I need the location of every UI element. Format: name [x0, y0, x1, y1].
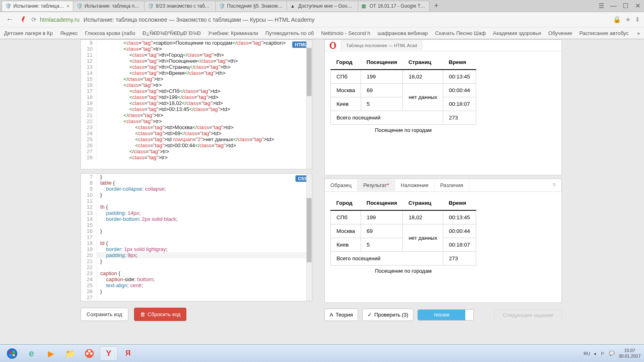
- bookmark-item[interactable]: Обучение: [548, 30, 572, 36]
- bookmark-item[interactable]: Глюкоза крови (лабо: [85, 30, 135, 36]
- tab-diff[interactable]: Различия: [435, 179, 469, 191]
- flag-icon[interactable]: 🏳: [601, 351, 605, 356]
- svg-rect-4: [12, 351, 15, 353]
- check-icon: ✓: [367, 312, 372, 318]
- svg-point-2: [7, 348, 17, 359]
- shield-icon: 🛡️: [219, 3, 225, 9]
- tab-overlay[interactable]: Наложение: [395, 179, 435, 191]
- lang-indicator[interactable]: RU: [584, 351, 590, 356]
- back-button[interactable]: ←: [4, 14, 15, 25]
- gdrive-icon: ▲: [290, 3, 296, 9]
- bookmark-item[interactable]: Скачать Песню Шаф: [435, 30, 486, 36]
- browser-tab-5[interactable]: ▦ОТ 16.01.17 - Google Табли: [358, 1, 429, 11]
- css-editor[interactable]: CSS 7}8table {9 border-collapse: collaps…: [80, 173, 312, 301]
- bookmark-item[interactable]: Учебник: Криминали: [208, 30, 258, 36]
- browser-tab-0[interactable]: 🛡️Испытание: таблица пос×: [2, 1, 73, 11]
- result-pane: Образец Результат* Наложение Различия ? …: [324, 179, 562, 303]
- yandex-logo-icon[interactable]: [19, 16, 27, 24]
- tray-up-icon[interactable]: ▴: [594, 351, 597, 356]
- svg-rect-3: [9, 351, 12, 353]
- scrollbar[interactable]: [306, 40, 312, 169]
- star-icon[interactable]: ★: [625, 16, 631, 23]
- action-center-icon[interactable]: 💬: [609, 351, 615, 356]
- opera-icon: [329, 41, 337, 49]
- yandex-icon[interactable]: Я: [119, 346, 137, 361]
- media-player-icon[interactable]: ▶: [42, 346, 60, 361]
- bookmark-item[interactable]: Детские лагеря в Кр: [4, 30, 53, 36]
- bookmarks-bar: Детские лагеря в Кр Яндекс Глюкоза крови…: [0, 27, 644, 39]
- save-code-button[interactable]: Сохранить код: [80, 308, 128, 321]
- table-caption: Посещение по городам: [330, 265, 476, 274]
- check-button[interactable]: ✓Проверить (3): [362, 309, 414, 321]
- browser-tab-3[interactable]: 🛡️Последние §5. Знакомство: [215, 1, 287, 11]
- tab-sample[interactable]: Образец: [325, 179, 357, 191]
- reset-code-button[interactable]: 🗑Сбросить код: [134, 308, 187, 321]
- menu-icon[interactable]: ☰: [597, 1, 606, 11]
- svg-point-8: [86, 352, 89, 355]
- minimize-icon[interactable]: —: [609, 1, 618, 11]
- bookmark-item[interactable]: Яндекс: [60, 30, 78, 36]
- preview-pane: Таблица посложнее — HTML Acad Посещение …: [324, 39, 562, 175]
- help-icon[interactable]: ?: [547, 179, 561, 191]
- clock[interactable]: 15:0730.01.2017: [619, 348, 641, 358]
- browser-tab-1[interactable]: 🛡️Испытание: таблица посло: [73, 1, 144, 11]
- address-bar: ← ⟳ htmlacademy.ru Испытание: таблица по…: [0, 12, 644, 27]
- lock-icon[interactable]: 🔒: [613, 16, 621, 23]
- svg-rect-5: [9, 354, 12, 356]
- bookmark-item[interactable]: Đ¿Ñ€Đ¾Đ³Ñ€ĐµĐ´Đ¾Đ: [142, 30, 201, 36]
- trash-icon: 🗑: [140, 311, 145, 317]
- url-host[interactable]: htmlacademy.ru: [40, 16, 80, 23]
- url-title: Испытание: таблица посложнее — Знакомств…: [84, 16, 613, 23]
- browser-tab-4[interactable]: ▲Доступные мне – Google Д: [287, 1, 358, 11]
- explorer-icon[interactable]: 📁: [61, 346, 79, 361]
- shield-icon: 🛡️: [76, 3, 82, 9]
- font-icon: A: [330, 312, 333, 318]
- bookmark-item[interactable]: шафранова вебинар: [378, 30, 428, 36]
- svg-rect-6: [12, 354, 15, 356]
- yandex-browser-icon[interactable]: Y: [100, 346, 118, 361]
- tab-result[interactable]: Результат*: [357, 179, 395, 191]
- html-editor[interactable]: HTML 9 <class="tag">caption>Посещение по…: [80, 39, 312, 169]
- scrollbar[interactable]: [306, 174, 312, 301]
- bookmark-item[interactable]: Расписание автобус: [580, 30, 629, 36]
- svg-point-1: [331, 43, 334, 48]
- bookmark-item[interactable]: Академия здоровья: [493, 30, 541, 36]
- preview-tab-name: Таблица посложнее — HTML Acad: [341, 41, 422, 50]
- preview-table: Посещение по городам ГородПосещенияСтран…: [330, 55, 476, 133]
- svg-point-10: [88, 350, 91, 352]
- theory-button[interactable]: AТеория: [324, 309, 358, 321]
- download-icon[interactable]: ⬇: [635, 16, 640, 23]
- bookmark-item[interactable]: Путеводитель по об: [265, 30, 314, 36]
- new-tab-button[interactable]: +: [431, 1, 441, 11]
- browser-tab-2[interactable]: 🛡️9/23 знакомство с таблица: [144, 1, 216, 11]
- next-task-button[interactable]: Следующее задание: [494, 309, 562, 321]
- maximize-icon[interactable]: ☐: [621, 1, 630, 11]
- gsheets-icon: ▦: [361, 3, 367, 9]
- browser-tab-strip: 🛡️Испытание: таблица пос× 🛡️Испытание: т…: [0, 0, 644, 12]
- svg-point-9: [90, 352, 93, 355]
- start-button[interactable]: [3, 346, 21, 361]
- close-icon[interactable]: ✕: [633, 1, 642, 11]
- ie-icon[interactable]: e: [23, 346, 40, 361]
- bookmark-overflow-icon[interactable]: »: [637, 30, 640, 36]
- close-icon[interactable]: ×: [66, 3, 70, 9]
- bookmark-item[interactable]: Nettimoto - Second h: [321, 30, 370, 36]
- windows-taskbar: e ▶ 📁 Y Я RU ▴ 🏳 💬 15:0730.01.2017: [0, 344, 644, 362]
- result-table: Посещение по городам ГородПосещенияСтран…: [330, 196, 476, 274]
- app-icon[interactable]: [80, 346, 98, 361]
- reload-icon[interactable]: ⟳: [31, 16, 37, 23]
- table-caption: Посещение по городам: [330, 125, 476, 133]
- shield-icon: 🛡️: [5, 3, 11, 9]
- progress-bar: теплее: [417, 309, 474, 321]
- shield-icon: 🛡️: [148, 3, 153, 9]
